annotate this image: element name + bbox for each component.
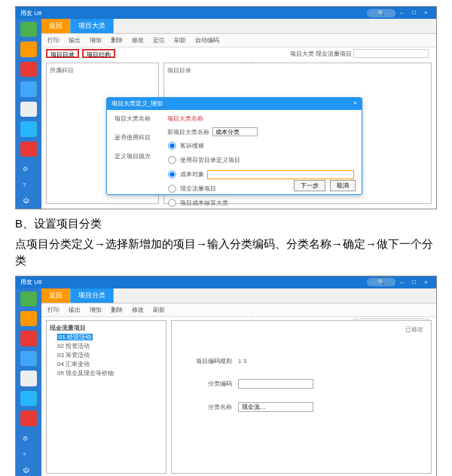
toolbar-output[interactable]: 输出 (69, 36, 81, 44)
add-category-dialog: 项目大类定义_增加 × 项目大类名称 是否使用科目 定义项目级次 项目大类名称 … (106, 97, 362, 195)
top-right-input[interactable] (353, 49, 429, 58)
titlebar-search-2[interactable]: 🔍 (367, 278, 396, 286)
tab-back[interactable]: 返回 (41, 19, 71, 33)
sidebar-item-7[interactable] (20, 410, 37, 426)
tab-back-2[interactable]: 返回 (41, 288, 71, 303)
tree-root[interactable]: 现金流量项目 (50, 324, 163, 333)
toolbar: 打印 输出 增加 删除 修改 定位 刷新 自动编码 (41, 34, 436, 47)
sidebar-item-6[interactable] (20, 121, 37, 136)
toolbar-del[interactable]: 删除 (111, 306, 123, 314)
toolbar-refresh[interactable]: 刷新 (153, 306, 165, 314)
detail-status: 已修改 (405, 325, 423, 334)
toolbar-modify[interactable]: 修改 (132, 306, 144, 314)
toolbar-del[interactable]: 删除 (111, 36, 123, 44)
sidebar-item-3[interactable] (20, 62, 37, 77)
tree-node-3[interactable]: 03 筹资活动 (50, 351, 163, 360)
toolbar-output[interactable]: 输出 (69, 306, 81, 314)
highlight-btn-2[interactable]: 项目结构 (82, 49, 115, 58)
sidebar-item-2[interactable] (20, 41, 37, 56)
tab-strip: 返回 项目大类 (41, 19, 436, 34)
radio-opt-4[interactable]: 成本对象 (167, 169, 354, 179)
screenshot-2: 用友 U8 🔍 – □ × ⚙ ? ⏻ 返回 (15, 276, 437, 477)
sidebar-2: ⚙ ? ⏻ (16, 288, 41, 477)
caption-b-instruction: 点项目分类定义→选择新增加的项目→输入分类编码、分类名称→确定→做下一个分类 (15, 236, 437, 270)
minimize-icon[interactable]: – (400, 279, 408, 286)
toolbar-print[interactable]: 打印 (47, 36, 60, 44)
step-label-1: 项目大类名称 (115, 114, 160, 123)
radio-opt-6[interactable]: 项目成本核算大类 (167, 198, 354, 208)
category-tree[interactable]: 现金流量项目 01 经营活动 02 投资活动 03 筹资活动 04 汇率变动 0… (46, 320, 166, 474)
sidebar-item-1[interactable] (20, 291, 37, 307)
sidebar-item-3[interactable] (20, 331, 37, 346)
step-label-2: 是否使用科目 (115, 133, 160, 142)
toolbar-refresh[interactable]: 刷新 (174, 36, 186, 44)
field2-label: 分类名称 (190, 403, 232, 411)
sidebar-item-5[interactable] (20, 371, 37, 386)
toolbar-add[interactable]: 增加 (90, 36, 102, 44)
window-titlebar-2: 用友 U8 🔍 – □ × (16, 276, 436, 288)
app-name-2: 用友 U8 (20, 278, 41, 286)
opt6-label: 项目成本核算大类 (180, 199, 228, 207)
sidebar-item-7[interactable] (20, 142, 37, 157)
app-name: 用友 U8 (20, 9, 41, 17)
opt4-label: 成本对象 (180, 170, 204, 178)
sidebar-help-icon[interactable]: ? (23, 451, 35, 462)
sidebar-item-6[interactable] (20, 391, 37, 406)
left-panel-label: 所属科目 (50, 67, 74, 74)
maximize-icon[interactable]: □ (412, 9, 420, 17)
cancel-button[interactable]: 取消 (330, 180, 356, 191)
opt3-label: 使用存货目录定义项目 (180, 156, 240, 164)
sidebar-item-4[interactable] (20, 81, 37, 96)
tab-main-2[interactable]: 项目分类 (71, 288, 114, 303)
sidebar-exit-icon[interactable]: ⏻ (23, 467, 35, 476)
screenshot-1: 用友 U8 🔍 – □ × ⚙ ? ⏻ 返回 (15, 6, 437, 209)
sidebar-gear-icon[interactable]: ⚙ (23, 435, 35, 447)
toolbar-find[interactable]: 定位 (153, 36, 165, 44)
sidebar-gear-icon[interactable]: ⚙ (23, 166, 35, 177)
sidebar-item-1[interactable] (20, 22, 37, 37)
tree-node-4[interactable]: 04 汇率变动 (50, 360, 163, 369)
code-field[interactable] (238, 379, 313, 389)
toolbar-modify[interactable]: 修改 (132, 36, 144, 44)
search-icon: 🔍 (377, 10, 385, 17)
name-field[interactable] (238, 402, 313, 412)
new-category-field[interactable] (212, 127, 258, 136)
highlight-btn-1[interactable]: 项目目录 (46, 49, 79, 58)
section-head: 项目大类名称 (167, 114, 354, 123)
dialog-close-icon[interactable]: × (353, 99, 357, 108)
next-button[interactable]: 下一步 (294, 180, 325, 191)
sidebar-item-4[interactable] (20, 351, 37, 366)
field0-value: 1 3 (238, 358, 246, 365)
toolbar-auto[interactable]: 自动编码 (195, 36, 219, 44)
tab-strip-2: 返回 项目分类 (41, 288, 436, 304)
sidebar-item-2[interactable] (20, 311, 37, 326)
step-label-3: 定义项目级次 (115, 152, 160, 160)
tree-node-2[interactable]: 02 投资活动 (50, 342, 163, 351)
opt1-label: 新项目大类名称 (167, 128, 209, 136)
field0-label: 项目编码规则 (190, 357, 232, 365)
window-titlebar: 用友 U8 🔍 – □ × (16, 7, 436, 19)
opt5-label: 现金流量项目 (180, 185, 216, 193)
radio-opt-1[interactable]: 新项目大类名称 (167, 127, 354, 136)
maximize-icon[interactable]: □ (412, 279, 420, 286)
search-icon: 🔍 (377, 279, 385, 285)
minimize-icon[interactable]: – (400, 9, 408, 17)
radio-opt-2[interactable]: 客诉维修 (167, 141, 354, 151)
tree-node-5[interactable]: 05 现金及现金等价物 (50, 369, 163, 378)
tree-node-1[interactable]: 01 经营活动 (50, 333, 163, 342)
content-area-2: 返回 项目分类 打印 输出 增加 删除 修改 刷新 项目分类 项目大类 现金流量… (41, 288, 436, 477)
top-right-label: 项目大类 现金流量项目 (290, 49, 429, 58)
sidebar-item-5[interactable] (20, 102, 37, 117)
top-right-text: 项目大类 现金流量项目 (290, 50, 352, 57)
toolbar-print[interactable]: 打印 (47, 306, 60, 314)
toolbar-add[interactable]: 增加 (90, 306, 102, 314)
opt2-label: 客诉维修 (180, 142, 204, 150)
close-icon[interactable]: × (424, 9, 432, 17)
close-icon[interactable]: × (424, 279, 432, 286)
titlebar-search[interactable]: 🔍 (367, 9, 396, 17)
radio-opt-3[interactable]: 使用存货目录定义项目 (167, 155, 354, 165)
tab-main[interactable]: 项目大类 (71, 19, 114, 33)
sidebar: ⚙ ? ⏻ (16, 19, 41, 209)
sidebar-help-icon[interactable]: ? (23, 182, 35, 193)
sidebar-exit-icon[interactable]: ⏻ (23, 197, 35, 209)
